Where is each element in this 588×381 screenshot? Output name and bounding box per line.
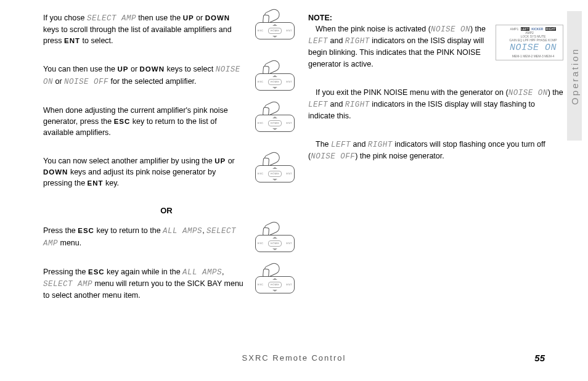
text: and [328, 36, 345, 45]
text: ) the [470, 25, 486, 33]
pad-esc: ESC [258, 242, 264, 245]
key-down: DOWN [205, 14, 230, 22]
up-arrow-icon [272, 117, 277, 118]
pad-icon: ESC HOME ENT [255, 165, 295, 182]
seg-right: RIGHT [368, 141, 393, 149]
text: and [351, 140, 368, 149]
paragraph-5: Press the ESC key to return to the ALL A… [43, 225, 290, 248]
text: then use the [136, 14, 183, 22]
text: menu. [58, 239, 81, 247]
pad-ent: ENT [286, 29, 292, 33]
seg-right: RIGHT [345, 100, 370, 109]
text: When the pink noise is activated ( [316, 25, 431, 33]
paragraph-3: When done adjusting the current amplifie… [43, 105, 290, 138]
disp-amp1: AMP1 [510, 27, 519, 31]
seg-left: LEFT [308, 37, 328, 46]
text: keys to select [165, 65, 216, 73]
key-esc: ESC [78, 227, 94, 234]
down-arrow-icon [272, 36, 277, 38]
disp-phase: PHASE [537, 38, 547, 42]
seg-select-amp: SELECT AMP [43, 280, 92, 289]
text: for the selected amplifier. [108, 77, 196, 86]
key-up: UP [183, 14, 194, 22]
text: or [194, 14, 205, 22]
text: ) the [548, 88, 563, 97]
pad-icon: ESC HOME ENT [255, 115, 295, 132]
disp-mem4: MEM-4 [544, 54, 554, 58]
pad-ent: ENT [286, 242, 292, 245]
pad-ent: ENT [286, 80, 292, 84]
key-esc: ESC [88, 268, 105, 276]
display-row3: GAIN EQ LPF HPF PHASE KOMP [499, 38, 560, 42]
pad-home: HOME [268, 28, 282, 34]
key-down: DOWN [43, 168, 68, 176]
seg-all-amps: ALL AMPS [163, 227, 202, 236]
text: or [128, 65, 139, 73]
pad-esc: ESC [258, 283, 264, 287]
disp-mem3: MEM-3 [534, 54, 544, 58]
pad-icon: ESC HOME ENT [255, 22, 295, 39]
text: Pressing the [43, 268, 88, 276]
key-down: DOWN [140, 65, 165, 73]
pad-icon: ESC HOME ENT [255, 235, 295, 252]
pad-esc: ESC [258, 172, 264, 176]
page-number: 55 [534, 353, 545, 363]
note-paragraph-3: The LEFT and RIGHT indicators will stop … [308, 139, 563, 162]
hand-icon [263, 99, 281, 115]
seg-noise-on: NOISE ON [431, 25, 470, 34]
text: or [226, 157, 235, 165]
down-arrow-icon [272, 179, 277, 181]
display-row4: MEM-1 MEM-2 MEM-3 MEM-4 [499, 54, 560, 58]
pad-ent: ENT [286, 172, 292, 176]
disp-right: RIGHT [545, 27, 557, 31]
disp-gain: GAIN [509, 38, 517, 42]
key-ent: ENT [88, 179, 104, 187]
seg-select-amp: SELECT AMP [87, 14, 136, 23]
pad-icon: ESC HOME ENT [255, 73, 295, 91]
up-arrow-icon [272, 278, 277, 280]
paragraph-4: You can now select another amplifier by … [43, 155, 290, 189]
keypad-icon: ESC HOME ENT [253, 263, 296, 295]
keypad-icon: ESC HOME ENT [253, 9, 296, 41]
up-arrow-icon [272, 75, 277, 77]
text: If you exit the PINK NOISE menu with the… [316, 88, 508, 97]
pad-esc: ESC [258, 121, 264, 125]
paragraph-1: If you chose SELECT AMP then use the UP … [43, 12, 290, 46]
pad-home: HOME [268, 79, 282, 85]
text: key again while in the [105, 268, 182, 276]
disp-mem2: MEM-2 [523, 54, 533, 58]
right-column: NOTE: AMP1 LEFT KICKER RIGHT AMP2 LOCK S… [308, 12, 563, 333]
hand-icon [263, 220, 281, 236]
note-paragraph-1: AMP1 LEFT KICKER RIGHT AMP2 LOCK SYS MUT… [308, 23, 563, 70]
text: to select. [80, 36, 113, 45]
pad-esc: ESC [258, 80, 264, 84]
hand-icon [263, 7, 281, 23]
note-title: NOTE: [308, 12, 563, 23]
key-ent: ENT [64, 37, 80, 44]
keypad-icon: ESC HOME ENT [253, 60, 296, 92]
pad-icon: ESC HOME ENT [255, 276, 295, 293]
text: key. [104, 179, 119, 187]
pad-ent: ENT [286, 283, 292, 287]
text: If you chose [43, 14, 87, 22]
hand-icon [263, 150, 281, 166]
page-content: If you chose SELECT AMP then use the UP … [43, 12, 563, 333]
isis-display-panel: AMP1 LEFT KICKER RIGHT AMP2 LOCK SYS MUT… [496, 25, 563, 60]
keypad-icon: ESC HOME ENT [253, 221, 296, 253]
disp-komp: KOMP [548, 38, 557, 42]
key-esc: ESC [114, 118, 131, 125]
pad-ent: ENT [286, 121, 292, 125]
keypad-icon: ESC HOME ENT [253, 101, 296, 133]
text: The [316, 140, 331, 149]
pad-home: HOME [268, 120, 282, 126]
text: ) the pink noise generator. [355, 152, 444, 160]
disp-eq: EQ [518, 38, 522, 42]
down-arrow-icon [272, 290, 277, 292]
disp-mem1: MEM-1 [512, 54, 522, 58]
pad-esc: ESC [258, 29, 264, 33]
text: or [53, 77, 64, 86]
seg-all-amps: ALL AMPS [182, 268, 222, 277]
text: and [328, 100, 345, 109]
text: Press the [43, 226, 78, 235]
note-paragraph-2: If you exit the PINK NOISE menu with the… [308, 87, 563, 121]
